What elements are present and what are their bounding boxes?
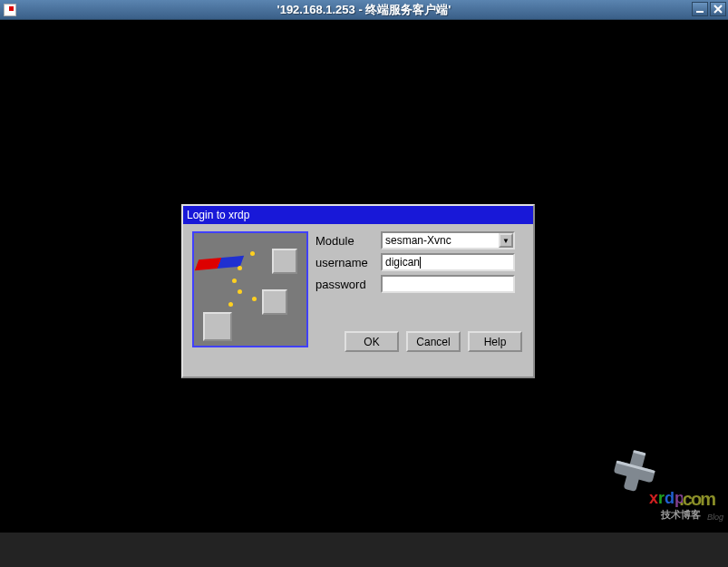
password-input[interactable] (381, 275, 515, 293)
chevron-down-icon[interactable]: ▼ (499, 233, 513, 248)
module-dropdown[interactable]: sesman-Xvnc ▼ (381, 231, 515, 249)
cancel-button[interactable]: Cancel (406, 331, 461, 352)
window-controls (692, 2, 726, 16)
username-value: digican (385, 256, 420, 269)
broken-image-icon (4, 4, 16, 16)
dialog-titlebar: Login to xrdp (183, 206, 533, 224)
remote-desktop-viewport: Login to xrdp Module sesman-Xvnc ▼ (0, 20, 728, 533)
watermark-subtitle: 技术博客 (661, 508, 701, 522)
watermark-blog: Blog (707, 513, 723, 522)
watermark: xrdp .com 技术博客 Blog (610, 446, 683, 514)
module-label: Module (315, 234, 381, 248)
xrdp-logo-icon: xrdp (610, 446, 683, 514)
username-label: username (315, 256, 381, 269)
svg-rect-0 (696, 11, 704, 13)
module-value: sesman-Xvnc (385, 234, 451, 247)
minimize-button[interactable] (692, 2, 708, 16)
window-title: '192.168.1.253 - 终端服务客户端' (277, 2, 451, 18)
close-button[interactable] (710, 2, 726, 16)
help-button[interactable]: Help (468, 331, 522, 352)
password-label: password (315, 278, 381, 291)
dialog-title: Login to xrdp (187, 209, 249, 221)
login-dialog: Login to xrdp Module sesman-Xvnc ▼ (181, 204, 535, 378)
text-caret (420, 257, 421, 269)
ok-button[interactable]: OK (345, 331, 399, 352)
watermark-dots: .com (679, 489, 714, 510)
login-illustration (192, 231, 308, 347)
svg-text:xrdp: xrdp (649, 489, 683, 507)
window-titlebar: '192.168.1.253 - 终端服务客户端' (0, 0, 728, 20)
username-input[interactable]: digican (381, 253, 515, 271)
